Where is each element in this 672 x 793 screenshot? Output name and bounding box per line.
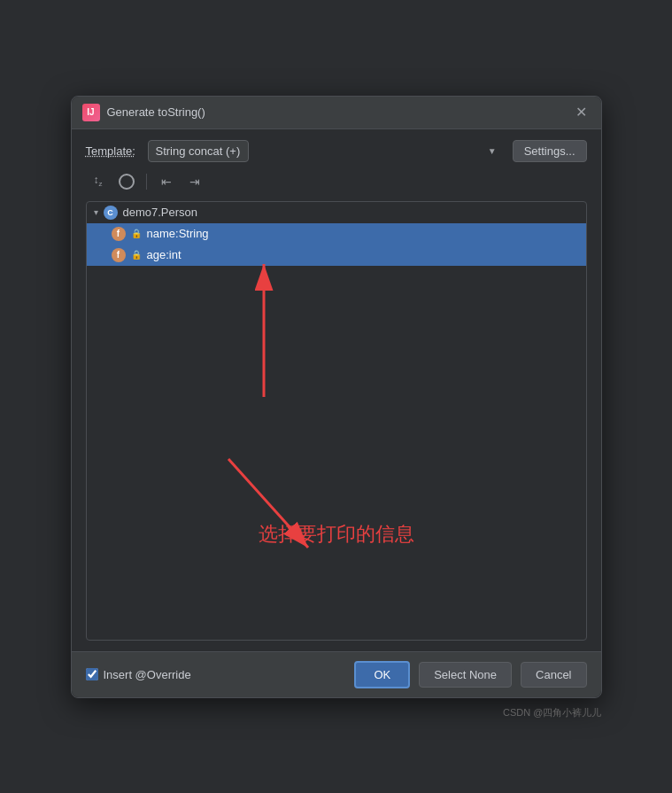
child-label-1: age:int (147, 248, 182, 261)
circle-icon (119, 174, 135, 190)
lock-icon-1: 🔒 (131, 250, 142, 260)
toolbar: ↕z ⇤ ⇥ (86, 171, 587, 192)
close-button[interactable]: ✕ (573, 104, 591, 121)
insert-override-checkbox[interactable] (86, 668, 98, 680)
footer: Insert @Override OK Select None Cancel (72, 651, 601, 697)
tree-parent-item[interactable]: ▾ C demo7.Person (87, 202, 586, 223)
insert-override-label: Insert @Override (104, 668, 191, 681)
ok-button[interactable]: OK (354, 661, 410, 688)
template-label: Template: (86, 144, 139, 158)
insert-override-checkbox-label[interactable]: Insert @Override (86, 668, 191, 681)
annotation-overlay: 选择要打印的信息 (87, 202, 586, 640)
lock-icon-0: 🔒 (131, 229, 142, 238)
field-icon-1: f (112, 248, 126, 262)
align-right-button[interactable]: ⇥ (182, 171, 207, 192)
cancel-button[interactable]: Cancel (521, 662, 586, 688)
sort-button[interactable]: ↕z (86, 171, 111, 192)
template-select[interactable]: String concat (+) (148, 140, 249, 162)
title-bar-left: IJ Generate toString() (82, 104, 205, 121)
arrow-svg-2 (87, 202, 586, 640)
align-right-icon: ⇥ (189, 175, 200, 189)
chinese-annotation-text: 选择要打印的信息 (259, 521, 414, 548)
tree-container: ▾ C demo7.Person f 🔒 name:String f 🔒 age… (86, 201, 587, 641)
chevron-down-icon: ▾ (94, 207, 98, 217)
tree-child-item-1[interactable]: f 🔒 age:int (87, 245, 586, 266)
parent-label: demo7.Person (123, 206, 198, 219)
template-row: Template: String concat (+) Settings... (86, 140, 587, 162)
generate-tostring-dialog: IJ Generate toString() ✕ Template: Strin… (71, 96, 602, 698)
dialog-content: Template: String concat (+) Settings... … (72, 129, 601, 651)
sort-alpha-button[interactable] (114, 171, 139, 192)
class-icon: C (104, 206, 118, 220)
tree-child-item-0[interactable]: f 🔒 name:String (87, 223, 586, 245)
arrow-svg-1 (87, 202, 586, 640)
svg-line-3 (228, 459, 308, 548)
align-left-button[interactable]: ⇤ (154, 171, 179, 192)
settings-button[interactable]: Settings... (513, 140, 587, 162)
watermark: CSDN @四角小裤儿儿 (503, 706, 601, 719)
child-label-0: name:String (147, 227, 209, 240)
title-bar: IJ Generate toString() ✕ (72, 97, 601, 129)
app-icon: IJ (82, 104, 100, 121)
select-none-button[interactable]: Select None (419, 662, 512, 688)
field-icon-0: f (112, 227, 126, 241)
dialog-title: Generate toString() (107, 105, 205, 119)
toolbar-separator (146, 174, 147, 190)
close-icon: ✕ (575, 104, 587, 121)
template-select-wrapper: String concat (+) (148, 140, 504, 162)
align-left-icon: ⇤ (161, 175, 172, 189)
sort-icon: ↕z (94, 174, 103, 188)
